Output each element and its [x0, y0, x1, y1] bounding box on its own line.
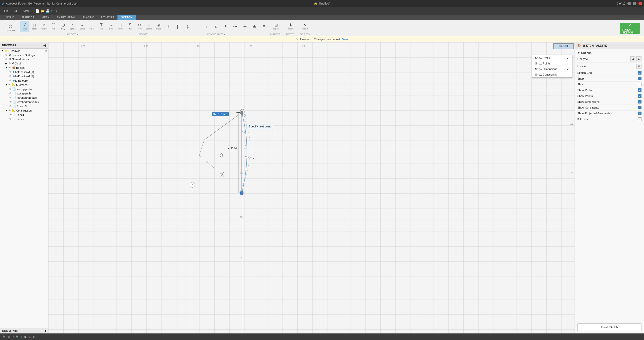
eye-sweep-path[interactable]: 👁 [9, 92, 12, 95]
save-button[interactable]: Save [342, 38, 348, 41]
eye-sketches[interactable]: 👁 [9, 83, 11, 86]
equal-tool[interactable]: = [192, 21, 202, 32]
trim-tool[interactable]: ✂Trim [135, 21, 144, 32]
menu-show-dimensions[interactable]: Show Dimensions ✓ [532, 66, 572, 72]
tree-item-bodies[interactable]: ▼ 👁 📦 Bodies [0, 65, 48, 70]
3d-sketch-checkbox[interactable] [638, 117, 641, 121]
rect-tool[interactable]: □Rect [30, 21, 39, 32]
quick-access-save[interactable]: 💾 [46, 9, 50, 13]
comments-toggle[interactable]: ◀ [44, 329, 46, 332]
eye-sweep-profile[interactable]: 👁 [9, 88, 12, 90]
menu-file[interactable]: File [2, 8, 11, 13]
circle-tool[interactable]: ○Circle [39, 21, 49, 32]
text-tool[interactable]: TText [97, 21, 106, 32]
show-profile-checkbox[interactable]: ✓ [638, 88, 641, 92]
menu-view[interactable]: View [21, 8, 31, 13]
root-settings[interactable]: ⚙ [45, 49, 47, 52]
point-tool[interactable]: ·Point [87, 21, 96, 32]
tab-sheet-metal[interactable]: SHEET METAL [53, 15, 79, 20]
lookat-btn[interactable]: ⊞ [636, 64, 641, 69]
menu-show-points[interactable]: Show Points ✓ [532, 61, 572, 66]
canvas-area[interactable]: -1.75 -1.00 -.75 -.50 -.25 .25 .50 [48, 42, 575, 333]
show-points-checkbox[interactable]: ✓ [638, 94, 641, 98]
tab-plastic[interactable]: PLASTIC [79, 15, 98, 20]
tree-item-tetra-face[interactable]: 👁 📄 tetrahedron face [0, 95, 48, 100]
finish-sketch-palette-button[interactable]: Finish Sketch [577, 323, 641, 331]
dim-tool[interactable]: ↔Dim [106, 21, 115, 32]
show-constraints-checkbox[interactable]: ✓ [638, 106, 641, 109]
eye-sketch5[interactable]: 👁 [9, 105, 12, 108]
break-tool[interactable]: ⊗Break [154, 21, 163, 32]
quick-access-open[interactable]: 📂 [41, 9, 45, 13]
view-cube-front[interactable]: FRONT [553, 43, 574, 49]
browser-toggle[interactable]: ◀ [43, 43, 46, 47]
quick-access-redo[interactable]: ↪ [54, 9, 57, 13]
parallel-tool[interactable]: ⫾ [202, 21, 211, 32]
tree-item-sweep-profile[interactable]: 👁 📄 sweep profile [0, 87, 48, 91]
tab-utilities[interactable]: UTILITIES [98, 15, 117, 20]
insert-tool[interactable]: ⬇Insert [284, 21, 298, 32]
mirror-tool[interactable]: ⊣Mirror [116, 21, 125, 32]
design-dropdown[interactable]: ⬡ DESIGN ▾ [4, 23, 18, 34]
linetype-next[interactable]: ▶ [636, 56, 641, 61]
quick-access-undo[interactable]: ↩ [51, 9, 53, 13]
extend-tool[interactable]: →Extend [145, 21, 154, 32]
tree-item-origin[interactable]: ▶ 👁 ⊕ Origin [0, 61, 48, 65]
tree-item-half-helicoid-1[interactable]: 👁 ◆ half-helicoid (1) [0, 70, 48, 74]
midpoint-tool[interactable]: ⊕ [250, 21, 259, 32]
bottom-zoom[interactable]: 🔍 [3, 335, 6, 338]
polygon-tool[interactable]: ⬡Poly [59, 21, 68, 32]
concentric-tool[interactable]: ◎ [183, 21, 192, 32]
tree-item-plane1[interactable]: 👁 ◫ Plane1 [0, 113, 48, 117]
eye-construction[interactable]: 👁 [9, 109, 11, 112]
eye-tetra[interactable]: 👁 [9, 79, 12, 82]
eye-origin[interactable]: 👁 [9, 62, 11, 65]
bottom-more[interactable]: ⊞ [32, 335, 34, 338]
symm-tool[interactable]: ⇌ [240, 21, 249, 32]
select-tool[interactable]: ↖Select [298, 21, 312, 32]
eye-plane2[interactable]: 👁 [9, 118, 12, 120]
tree-item-named-views[interactable]: 👁 👁 Named Views [0, 57, 48, 61]
line-tool[interactable]: ╱Line [20, 21, 29, 32]
coincident-tool[interactable]: ⊥ [164, 21, 173, 32]
bottom-undo[interactable]: ↩ [12, 335, 14, 338]
menu-edit[interactable]: Edit [12, 8, 20, 13]
bottom-display[interactable]: ▣ [24, 335, 26, 338]
constraint-check[interactable]: ✓ [190, 182, 195, 188]
menu-show-constraints[interactable]: Show Constraints ✓ [532, 72, 572, 77]
tree-item-construction[interactable]: ▼ 👁 📐 Construction [0, 108, 48, 113]
smooth-tool[interactable]: 〜 [231, 21, 240, 32]
tree-item-doc-settings[interactable]: 👁 ⚙ Document Settings [0, 53, 48, 57]
tab-mesh[interactable]: MESH [38, 15, 53, 20]
spline-tool[interactable]: ∿Spline [68, 21, 77, 32]
eye-plane1[interactable]: 👁 [9, 113, 12, 116]
projected-geom-checkbox[interactable]: ✓ [638, 112, 641, 115]
maximize-button[interactable] [633, 2, 636, 5]
eye-tetra-vertex[interactable]: 👁 [9, 100, 12, 103]
tab-surface[interactable]: SURFACE [18, 15, 38, 20]
bottom-grid[interactable]: ⊞ [8, 335, 10, 338]
tree-item-sketches[interactable]: ▼ 👁 📐 Sketches [0, 83, 48, 87]
minimize-button[interactable] [627, 2, 631, 5]
sketch-grid-checkbox[interactable]: ✓ [638, 71, 641, 75]
eye-hh2[interactable]: 👁 [9, 75, 12, 78]
perp-tool[interactable]: ⊾ [212, 21, 221, 32]
eye-tetra-face[interactable]: 👁 [9, 96, 12, 99]
tree-item-sketch5[interactable]: 👁 📄 Sketch5 [0, 104, 48, 108]
bottom-orbit[interactable]: ○ [21, 335, 22, 338]
arc-tool[interactable]: ⌒Arc [49, 21, 58, 32]
tree-item-half-helicoid-2[interactable]: 👁 ◆ half-helicoid (1) [0, 74, 48, 78]
tab-solid[interactable]: SOLID [3, 15, 18, 20]
tree-item-sweep-path[interactable]: 👁 📄 sweep path [0, 91, 48, 95]
conic-tool[interactable]: ⌣Conic [78, 21, 87, 32]
finish-sketch-button[interactable]: ✓ FINISH SKETCH [620, 23, 640, 34]
tree-item-tetra-vertex[interactable]: 👁 📄 tetrahedron vertex [0, 100, 48, 104]
eye-bodies[interactable]: 👁 [9, 66, 11, 69]
quick-access-new[interactable]: 📄 [35, 9, 39, 13]
bottom-fit[interactable]: 🔍 [16, 335, 19, 338]
collinear-tool[interactable]: ∥ [173, 21, 182, 32]
close-button[interactable] [638, 2, 642, 5]
tree-item-root[interactable]: ▼ 📁 (Unsaved) ⚙ [0, 49, 48, 53]
show-dimensions-checkbox[interactable]: ✓ [638, 100, 641, 104]
tangent-tool[interactable]: ⌇ [221, 21, 230, 32]
